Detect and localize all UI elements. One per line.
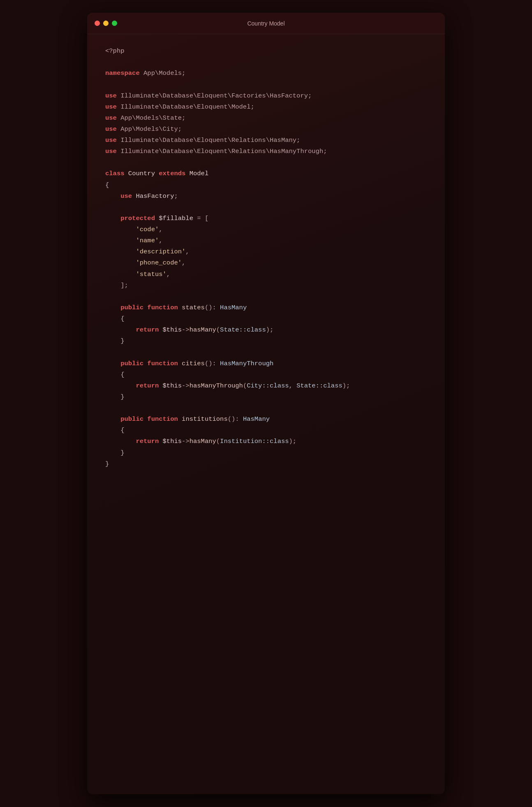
fillable-code: 'code',	[105, 224, 427, 235]
cities-close: }	[105, 392, 427, 403]
use-3: use App\Models\State;	[105, 113, 427, 124]
blank-7	[105, 403, 427, 414]
blank-6	[105, 347, 427, 358]
class-close-brace: }	[105, 459, 427, 470]
fillable-close: ];	[105, 280, 427, 291]
use-5: use Illuminate\Database\Eloquent\Relatio…	[105, 135, 427, 146]
titlebar: Country Model	[87, 13, 445, 34]
use-4: use App\Models\City;	[105, 124, 427, 135]
blank-5	[105, 291, 427, 302]
use-1: use Illuminate\Database\Eloquent\Factori…	[105, 90, 427, 102]
blank-1	[105, 57, 427, 68]
institutions-open: {	[105, 425, 427, 436]
cities-body: return $this->hasManyThrough(City::class…	[105, 380, 427, 392]
maximize-button[interactable]	[112, 21, 117, 26]
editor-window: Country Model <?php namespace App\Models…	[87, 13, 445, 794]
fillable-phone-code: 'phone_code',	[105, 257, 427, 269]
php-tag: <?php	[105, 46, 427, 57]
fillable-status: 'status',	[105, 269, 427, 280]
use-6: use Illuminate\Database\Eloquent\Relatio…	[105, 146, 427, 157]
blank-2	[105, 79, 427, 90]
code-content: <?php namespace App\Models; use Illumina…	[87, 34, 445, 488]
window-title: Country Model	[247, 20, 285, 27]
fillable-declaration: protected $fillable = [	[105, 213, 427, 224]
states-body: return $this->hasMany(State::class);	[105, 325, 427, 336]
use-hasfactory: use HasFactory;	[105, 191, 427, 202]
class-open-brace: {	[105, 180, 427, 191]
cities-signature: public function cities(): HasManyThrough	[105, 358, 427, 369]
institutions-body: return $this->hasMany(Institution::class…	[105, 436, 427, 447]
traffic-lights	[95, 21, 117, 26]
close-button[interactable]	[95, 21, 100, 26]
minimize-button[interactable]	[103, 21, 109, 26]
states-close: }	[105, 336, 427, 347]
blank-3	[105, 157, 427, 168]
use-2: use Illuminate\Database\Eloquent\Model;	[105, 102, 427, 113]
fillable-description: 'description',	[105, 246, 427, 257]
namespace-line: namespace App\Models;	[105, 68, 427, 79]
fillable-name: 'name',	[105, 235, 427, 246]
institutions-signature: public function institutions(): HasMany	[105, 414, 427, 425]
institutions-close: }	[105, 448, 427, 459]
states-open: {	[105, 313, 427, 325]
blank-4	[105, 202, 427, 213]
states-signature: public function states(): HasMany	[105, 302, 427, 313]
cities-open: {	[105, 369, 427, 380]
class-declaration: class Country extends Model	[105, 168, 427, 179]
